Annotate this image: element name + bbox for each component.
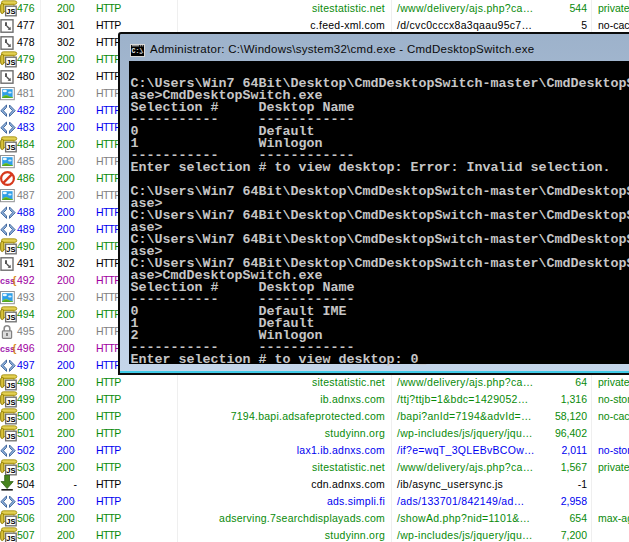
- svg-text:JS: JS: [6, 398, 15, 407]
- svg-text:JS: JS: [6, 432, 15, 441]
- svg-text:JS: JS: [6, 7, 15, 16]
- svg-text:JS: JS: [6, 517, 15, 526]
- svg-text:JS: JS: [6, 58, 15, 67]
- svg-text:C:\: C:\: [132, 48, 144, 55]
- svg-text:JS: JS: [6, 534, 15, 542]
- svg-text:JS: JS: [6, 313, 15, 322]
- svg-text:JS: JS: [6, 245, 15, 254]
- svg-text:{: {: [13, 275, 17, 286]
- svg-text:JS: JS: [6, 381, 15, 390]
- svg-text:JS: JS: [6, 415, 15, 424]
- svg-text:JS: JS: [6, 466, 15, 475]
- svg-text:JS: JS: [6, 143, 15, 152]
- svg-text:{: {: [13, 343, 17, 354]
